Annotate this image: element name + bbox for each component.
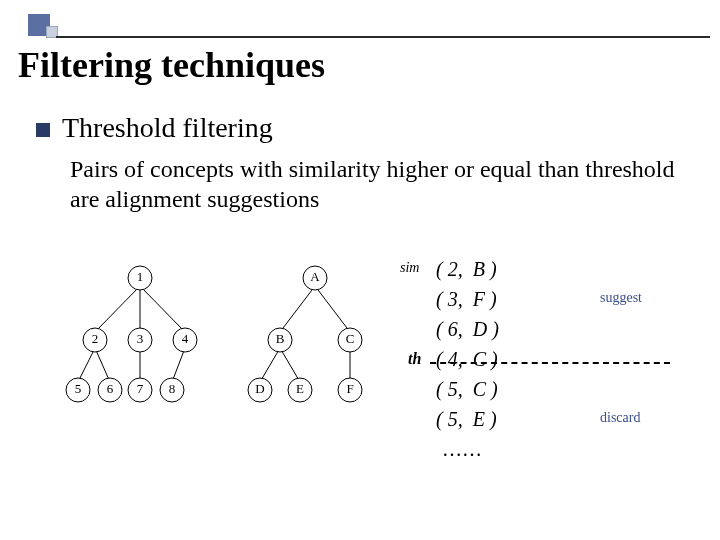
tree-left-leaf-0: 5 (75, 381, 82, 396)
tree-left-leaf-1: 6 (107, 381, 114, 396)
section-heading: Threshold filtering (62, 112, 273, 144)
svg-line-16 (315, 286, 350, 332)
svg-line-4 (95, 348, 110, 382)
svg-line-17 (260, 348, 280, 382)
pair-row: ( 3, F ) (436, 284, 499, 314)
tree-right-mid-1: C (346, 331, 355, 346)
pair-right: F (473, 288, 485, 310)
tree-left-leaf-2: 7 (137, 381, 144, 396)
svg-line-6 (172, 348, 185, 382)
svg-line-15 (280, 286, 315, 332)
tree-diagram: 1 2 3 4 5 6 7 8 A B (60, 260, 390, 420)
pair-row: ( 5, E ) (436, 404, 499, 434)
section-heading-row: Threshold filtering (36, 112, 273, 144)
tree-left: 1 2 3 4 5 6 7 8 (66, 266, 197, 402)
tree-left-mid-0: 2 (92, 331, 99, 346)
pair-right: D (473, 318, 487, 340)
pair-left: 2 (448, 258, 458, 280)
svg-line-3 (78, 348, 95, 382)
tree-right-leaf-0: D (255, 381, 264, 396)
threshold-line (430, 362, 670, 364)
pair-right: B (473, 258, 485, 280)
bullet-icon (36, 123, 50, 137)
tree-right-leaf-2: F (346, 381, 353, 396)
tree-right: A B C D E F (248, 266, 362, 402)
pair-left: 5 (448, 378, 458, 400)
slide-accent (0, 14, 720, 42)
threshold-label: th (408, 350, 421, 368)
pair-right: C (473, 348, 486, 370)
pair-left: 3 (448, 288, 458, 310)
accent-rule (56, 36, 710, 38)
pair-left: 6 (448, 318, 458, 340)
label-suggest: suggest (600, 290, 642, 306)
pair-row: ( 6, D ) (436, 314, 499, 344)
sim-label: sim (400, 260, 419, 276)
pair-ellipsis: …… (436, 434, 499, 464)
tree-right-mid-0: B (276, 331, 285, 346)
pair-left: 5 (448, 408, 458, 430)
pair-row: ( 2, B ) (436, 254, 499, 284)
svg-line-2 (140, 286, 185, 332)
pair-row: ( 5, C ) (436, 374, 499, 404)
tree-left-root: 1 (137, 269, 144, 284)
slide-title: Filtering techniques (18, 44, 325, 86)
label-discard: discard (600, 410, 640, 426)
svg-line-0 (95, 286, 140, 332)
tree-left-leaf-3: 8 (169, 381, 176, 396)
tree-left-mid-1: 3 (137, 331, 144, 346)
pair-row: ( 4, C ) (436, 344, 499, 374)
tree-right-leaf-1: E (296, 381, 304, 396)
pair-right: C (473, 378, 486, 400)
pair-list: ( 2, B ) ( 3, F ) ( 6, D ) ( 4, C ) ( 5,… (436, 254, 499, 464)
tree-right-root: A (310, 269, 320, 284)
svg-line-18 (280, 348, 300, 382)
tree-left-mid-2: 4 (182, 331, 189, 346)
pair-left: 4 (448, 348, 458, 370)
pair-right: E (473, 408, 485, 430)
section-description: Pairs of concepts with similarity higher… (70, 154, 680, 214)
